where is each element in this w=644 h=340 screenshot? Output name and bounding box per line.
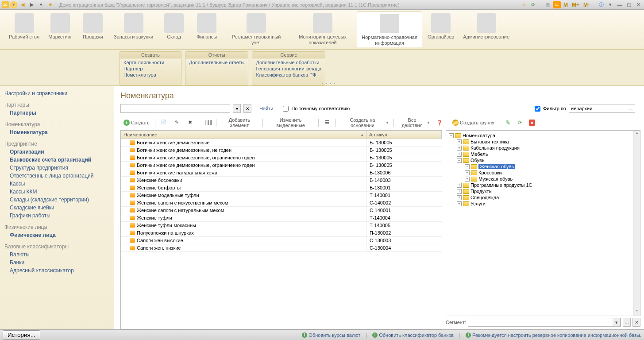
info-dropdown-icon[interactable]: ▾ bbox=[606, 1, 614, 8]
memory-mminus-icon[interactable]: M- bbox=[582, 2, 591, 8]
tree-expander-icon[interactable]: + bbox=[457, 183, 462, 188]
table-row[interactable]: Женские босоножкиБ-140003 bbox=[121, 177, 442, 184]
nav-item-4-2[interactable]: Адресный классификатор bbox=[10, 267, 109, 274]
section-1[interactable]: Маркетинг bbox=[45, 12, 76, 42]
table-row[interactable]: Женские сапоги с натуральным мехомС-1400… bbox=[121, 207, 442, 214]
tree-expander-icon[interactable]: + bbox=[457, 201, 462, 206]
table-row[interactable]: Полусапожки на шнуркахП-130002 bbox=[121, 229, 442, 237]
nav-settings[interactable]: Настройки и справочники bbox=[4, 89, 109, 97]
all-actions-button[interactable]: Все действия▾ bbox=[396, 118, 432, 128]
status-link-1[interactable]: iОбновить классификатор банков bbox=[372, 332, 454, 338]
nav-item-2-6[interactable]: Склады (складские территории) bbox=[10, 196, 109, 204]
tree-node-10[interactable]: +Спецодежда bbox=[447, 194, 639, 201]
panel-create-item-0[interactable]: Карта лояльности bbox=[123, 59, 177, 66]
filter-checkbox[interactable] bbox=[535, 106, 540, 112]
tree-expander-icon[interactable]: − bbox=[449, 133, 454, 138]
section-5[interactable]: Финансы bbox=[191, 12, 222, 42]
tree-node-7[interactable]: +Мужская обувь bbox=[447, 176, 639, 182]
tree-expander-icon[interactable]: + bbox=[465, 170, 470, 175]
col-article[interactable]: Артикул bbox=[366, 131, 442, 139]
tree-expander-icon[interactable]: + bbox=[457, 139, 462, 144]
table-row[interactable]: Ботинки женские демисезонные, ограниченн… bbox=[121, 154, 442, 162]
tree-node-1[interactable]: +Бытовая техника bbox=[447, 139, 639, 145]
section-7[interactable]: Мониторинг целевых показателей bbox=[290, 12, 355, 47]
nav-item-2-3[interactable]: Ответственные лица организаций bbox=[10, 172, 109, 180]
create-group-button[interactable]: 📁Создать группу bbox=[449, 118, 497, 128]
nav-item-0-0[interactable]: Партнеры bbox=[10, 109, 109, 117]
table-row[interactable]: Сапоги жен. низкиеС-130004 bbox=[121, 244, 442, 252]
panel-reports-item-0[interactable]: Дополнительные отчеты bbox=[189, 59, 244, 66]
edit-button[interactable]: ✎ bbox=[171, 118, 183, 128]
history-button[interactable]: История... bbox=[3, 330, 40, 340]
table-row[interactable]: Женские туфли-мокасиныТ-140005 bbox=[121, 222, 442, 229]
panel-create-item-2[interactable]: Номенклатура bbox=[123, 72, 177, 78]
nav-item-3-0[interactable]: Физические лица bbox=[10, 231, 109, 239]
section-0[interactable]: Рабочий стол bbox=[5, 12, 43, 42]
segment-dropdown-icon[interactable]: ▾ bbox=[613, 318, 621, 327]
nav-item-2-4[interactable]: Кассы bbox=[10, 180, 109, 188]
table-row[interactable]: Ботинки женские демисезонныеБ- 130005 bbox=[121, 139, 442, 147]
tree-scrollbar[interactable]: ▴ ▾ bbox=[633, 131, 640, 316]
tree-node-4[interactable]: −Обувь bbox=[447, 157, 639, 163]
nav-item-1-0[interactable]: Номенклатура bbox=[10, 128, 109, 136]
table-row[interactable]: Ботинки женские демисезонные, не годенБ-… bbox=[121, 147, 442, 154]
nav-item-2-5[interactable]: Кассы ККМ bbox=[10, 188, 109, 196]
forward-icon[interactable]: ▶ bbox=[28, 1, 36, 8]
segment-clear-icon[interactable]: ✕ bbox=[632, 318, 640, 327]
panel-grip-icon[interactable]: • • • • bbox=[322, 81, 336, 85]
dropdown-icon[interactable]: ▾ bbox=[10, 1, 17, 8]
nav-item-4-0[interactable]: Валюты bbox=[10, 251, 109, 259]
section-6[interactable]: Регламентированный учет bbox=[224, 12, 289, 47]
filter-select[interactable]: иерархии … bbox=[569, 104, 635, 113]
tree-expander-icon[interactable]: − bbox=[457, 158, 462, 163]
calc-icon[interactable]: ▦ bbox=[544, 1, 551, 8]
tree-expander-icon[interactable]: + bbox=[457, 152, 462, 157]
exact-match-checkbox[interactable] bbox=[283, 106, 289, 112]
nav-dropdown-icon[interactable]: ▾ bbox=[37, 1, 45, 8]
close-icon[interactable]: ✕ bbox=[634, 1, 642, 8]
table-row[interactable]: Женские модельные туфлиТ-140001 bbox=[121, 192, 442, 199]
table-row[interactable]: Женские ботфортыБ-130001 bbox=[121, 184, 442, 192]
segment-ellipsis-icon[interactable]: … bbox=[623, 318, 631, 327]
nav-item-2-7[interactable]: Складские ячейки bbox=[10, 204, 109, 212]
section-4[interactable]: Склад bbox=[158, 12, 189, 42]
nav-item-4-1[interactable]: Банки bbox=[10, 259, 109, 267]
nav-item-2-2[interactable]: Структура предприятия bbox=[10, 164, 109, 172]
segment-input[interactable]: ▾ bbox=[468, 318, 621, 327]
panel-service-item-2[interactable]: Классификатор банков РФ bbox=[256, 72, 321, 78]
table-row[interactable]: Женские сапоги с искусственным мехомС-14… bbox=[121, 199, 442, 207]
calendar-icon[interactable]: 31 bbox=[553, 1, 561, 8]
tree-node-0[interactable]: −Номенклатура bbox=[447, 132, 639, 139]
find-button[interactable]: Найти bbox=[259, 106, 273, 111]
tree-node-5[interactable]: +Женская обувь bbox=[447, 163, 639, 170]
tree-refresh-button[interactable]: ⟳ bbox=[515, 118, 525, 128]
section-8[interactable]: Нормативно-справочная информация bbox=[357, 12, 422, 47]
tree-expander-icon[interactable]: + bbox=[457, 189, 462, 194]
section-9[interactable]: Органайзер bbox=[424, 12, 458, 42]
tree-node-8[interactable]: +Программные продукты 1С bbox=[447, 182, 639, 188]
panel-service-item-0[interactable]: Дополнительные обработки bbox=[256, 59, 321, 66]
section-10[interactable]: Администрирование bbox=[459, 12, 513, 42]
nav-item-2-8[interactable]: Графики работы bbox=[10, 212, 109, 220]
minimize-icon[interactable]: — bbox=[616, 1, 624, 8]
search-dropdown-icon[interactable]: ▾ bbox=[233, 104, 241, 113]
tree-node-3[interactable]: +Мебель bbox=[447, 151, 639, 157]
tree-delete-button[interactable]: ✕ bbox=[526, 118, 538, 128]
nav-item-2-1[interactable]: Банковские счета организаций bbox=[10, 156, 109, 164]
table-row[interactable]: Сапоги жен высокиеС-130003 bbox=[121, 237, 442, 244]
table-row[interactable]: Ботинки женские натуральная кожаБ-130006 bbox=[121, 169, 442, 177]
create-based-button[interactable]: Создать на основании▾ bbox=[338, 118, 392, 128]
add-element-button[interactable]: Добавить элемент bbox=[218, 118, 260, 128]
tree-expander-icon[interactable]: + bbox=[465, 177, 470, 182]
tree-node-2[interactable]: +Кабельная продукция bbox=[447, 145, 639, 151]
panel-service-item-1[interactable]: Генерация топологии склада bbox=[256, 66, 321, 72]
nav-item-2-0[interactable]: Организации bbox=[10, 148, 109, 156]
help-button[interactable]: ❓ bbox=[433, 118, 446, 128]
tree-expander-icon[interactable]: + bbox=[457, 195, 462, 200]
tree-node-6[interactable]: +Кроссовки bbox=[447, 170, 639, 176]
memory-m-icon[interactable]: M bbox=[562, 2, 569, 8]
fav-icon[interactable]: ☆ bbox=[520, 1, 528, 8]
edit-selected-button[interactable]: Изменить выделенные bbox=[265, 118, 316, 128]
star-icon[interactable]: ★ bbox=[46, 1, 54, 8]
back-icon[interactable]: ◀ bbox=[19, 1, 27, 8]
